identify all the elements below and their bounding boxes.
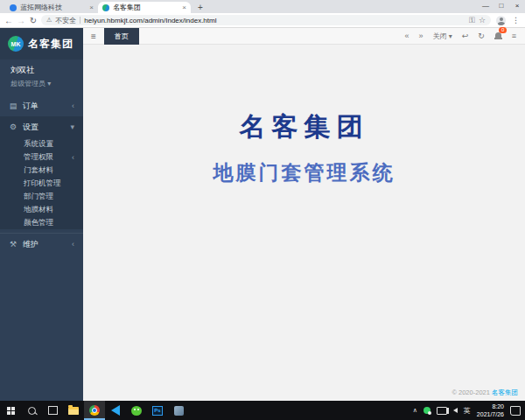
chevron-down-icon: ▾ bbox=[70, 122, 74, 131]
layout-list-icon[interactable]: ≡ bbox=[512, 32, 516, 40]
admin-header-bar: ≡ 首页 « » 关闭 ▾ ↩ ↻ 0 ≡ bbox=[83, 28, 525, 45]
bell-bar bbox=[494, 38, 502, 39]
tab1-close-icon[interactable]: × bbox=[89, 4, 94, 11]
printer-management-label: 打印机管理 bbox=[24, 178, 61, 189]
sidebar-logo[interactable]: MK 名客集团 bbox=[0, 28, 83, 60]
department-management-label: 部门管理 bbox=[24, 192, 53, 202]
taskbar-clock[interactable]: 8:20 2021/7/26 bbox=[477, 402, 504, 419]
tray-expand-icon[interactable]: ∧ bbox=[413, 407, 417, 414]
tab2-favicon bbox=[102, 4, 109, 11]
sidebar-item-door-cover-materials[interactable]: 门套材料 bbox=[0, 164, 83, 177]
notification-bell-icon[interactable]: 0 bbox=[494, 32, 502, 40]
folder-icon bbox=[68, 407, 79, 415]
browser-toolbar: ← → ↻ ⚠ 不安全 heiyun.hbmkjt.com/admin/Inde… bbox=[0, 13, 525, 28]
wechat-button[interactable] bbox=[126, 401, 147, 420]
action-center-icon[interactable] bbox=[510, 406, 521, 416]
window-maximize-button[interactable]: □ bbox=[494, 0, 509, 12]
volume-icon[interactable] bbox=[453, 408, 458, 413]
user-name: 刘双社 bbox=[10, 65, 73, 76]
start-button[interactable] bbox=[0, 401, 21, 420]
taskbar-search-button[interactable] bbox=[21, 401, 42, 420]
tab1-favicon bbox=[10, 4, 17, 11]
maintenance-label: 维护 bbox=[23, 239, 38, 250]
tab2-close-icon[interactable]: × bbox=[182, 4, 186, 11]
bookmark-star-icon[interactable]: ☆ bbox=[479, 16, 486, 24]
browser-tab-1[interactable]: 蓝拓网络科技 × bbox=[5, 2, 98, 13]
chrome-button[interactable] bbox=[84, 401, 105, 420]
sidebar-item-manage-permissions[interactable]: 管理权限 ‹ bbox=[0, 150, 83, 164]
app-button-9[interactable] bbox=[168, 401, 189, 420]
user-block: 刘双社 超级管理员 ▾ bbox=[0, 60, 83, 95]
browser-menu-icon[interactable]: ⋮ bbox=[512, 16, 520, 24]
logo-mk-icon: MK bbox=[8, 36, 24, 52]
vscode-icon bbox=[111, 405, 120, 416]
tab2-title: 名客集团 bbox=[113, 3, 178, 12]
url-text[interactable]: heiyun.hbmkjt.com/admin/Index/index.html bbox=[84, 17, 216, 24]
header-right-icons: « » 关闭 ▾ ↩ ↻ 0 ≡ bbox=[405, 32, 525, 41]
back-icon[interactable]: ← bbox=[3, 16, 15, 25]
password-key-icon[interactable]: ⚿ bbox=[469, 16, 475, 25]
chevron-left-icon: ‹ bbox=[72, 102, 74, 110]
profile-avatar[interactable] bbox=[496, 16, 506, 25]
file-explorer-button[interactable] bbox=[63, 401, 84, 420]
manage-permissions-label: 管理权限 bbox=[24, 152, 53, 163]
search-icon bbox=[28, 407, 36, 415]
network-icon[interactable] bbox=[437, 407, 447, 415]
sidebar-item-orders[interactable]: ▤ 订单 ‹ bbox=[0, 95, 83, 116]
sidebar-item-maintenance[interactable]: ⚒ 维护 ‹ bbox=[0, 234, 83, 255]
browser-tab-2[interactable]: 名客集团 × bbox=[98, 2, 191, 13]
wrench-icon: ⚒ bbox=[9, 240, 18, 248]
window-close-button[interactable]: × bbox=[509, 0, 525, 12]
browser-tab-strip: 蓝拓网络科技 × 名客集团 × + — □ × bbox=[0, 0, 525, 13]
chevron-left-icon: ‹ bbox=[72, 153, 74, 162]
sidebar-item-printer-management[interactable]: 打印机管理 bbox=[0, 177, 83, 190]
scroll-prev-icon[interactable]: « bbox=[405, 32, 410, 40]
close-tabs-dropdown[interactable]: 关闭 ▾ bbox=[433, 32, 452, 41]
chevron-left-icon: ‹ bbox=[72, 240, 74, 248]
admin-sidebar: MK 名客集团 刘双社 超级管理员 ▾ ▤ 订单 ‹ ⚙ 设置 ▾ 系统设置 bbox=[0, 28, 83, 401]
sidebar-item-color-management[interactable]: 颜色管理 bbox=[0, 216, 83, 229]
omnibox-divider bbox=[80, 17, 80, 24]
copyright-link[interactable]: 名客集团 bbox=[492, 388, 518, 396]
clock-time: 8:20 bbox=[492, 403, 504, 410]
task-view-button[interactable] bbox=[42, 401, 63, 420]
app-icon bbox=[174, 406, 184, 416]
window-minimize-button[interactable]: — bbox=[478, 0, 494, 12]
close-tabs-label: 关闭 bbox=[433, 32, 447, 41]
sidebar-item-system-settings[interactable]: 系统设置 bbox=[0, 137, 83, 150]
page-subtitle: 地膜门套管理系统 bbox=[83, 159, 525, 186]
wechat-tray-icon[interactable] bbox=[424, 407, 430, 414]
tab-home[interactable]: 首页 bbox=[104, 28, 139, 45]
scroll-next-icon[interactable]: » bbox=[419, 32, 424, 40]
door-cover-materials-label: 门套材料 bbox=[24, 165, 53, 176]
sidebar-item-settings[interactable]: ⚙ 设置 ▾ bbox=[0, 116, 83, 137]
sidebar-item-ground-film-materials[interactable]: 地膜材料 bbox=[0, 203, 83, 216]
settings-group: ⚙ 设置 ▾ 系统设置 管理权限 ‹ 门套材料 打印机管理 bbox=[0, 116, 83, 229]
chrome-icon bbox=[89, 405, 100, 416]
window-controls: — □ × bbox=[478, 0, 525, 12]
undo-icon[interactable]: ↩ bbox=[462, 32, 469, 40]
hamburger-icon[interactable]: ≡ bbox=[83, 32, 104, 41]
reload-icon[interactable]: ↻ bbox=[27, 16, 39, 25]
forward-icon[interactable]: → bbox=[15, 16, 27, 25]
sidebar-item-department-management[interactable]: 部门管理 bbox=[0, 190, 83, 203]
ground-film-materials-label: 地膜材料 bbox=[24, 205, 53, 215]
security-label[interactable]: 不安全 bbox=[55, 16, 76, 25]
user-role-dropdown[interactable]: 超级管理员 ▾ bbox=[10, 79, 73, 88]
desktop-screen: 蓝拓网络科技 × 名客集团 × + — □ × ← → ↻ ⚠ 不安全 heiy… bbox=[0, 0, 525, 420]
system-settings-label: 系统设置 bbox=[24, 139, 53, 150]
copyright-text: © 2020-2021 bbox=[452, 388, 489, 396]
new-tab-button[interactable]: + bbox=[194, 3, 206, 13]
gear-icon: ⚙ bbox=[9, 122, 18, 131]
address-bar[interactable]: ⚠ 不安全 heiyun.hbmkjt.com/admin/Index/inde… bbox=[41, 15, 491, 25]
refresh-icon[interactable]: ↻ bbox=[478, 32, 485, 40]
orders-label: 订单 bbox=[23, 101, 38, 112]
ime-indicator[interactable]: 英 bbox=[464, 406, 471, 416]
page-title: 名客集团 bbox=[83, 45, 525, 145]
photoshop-button[interactable]: Ps bbox=[147, 401, 168, 420]
notification-badge: 0 bbox=[499, 27, 506, 33]
tab1-title: 蓝拓网络科技 bbox=[20, 3, 86, 12]
webpage: MK 名客集团 刘双社 超级管理员 ▾ ▤ 订单 ‹ ⚙ 设置 ▾ 系统设置 bbox=[0, 28, 525, 401]
photoshop-icon: Ps bbox=[152, 406, 163, 416]
vscode-button[interactable] bbox=[105, 401, 126, 420]
